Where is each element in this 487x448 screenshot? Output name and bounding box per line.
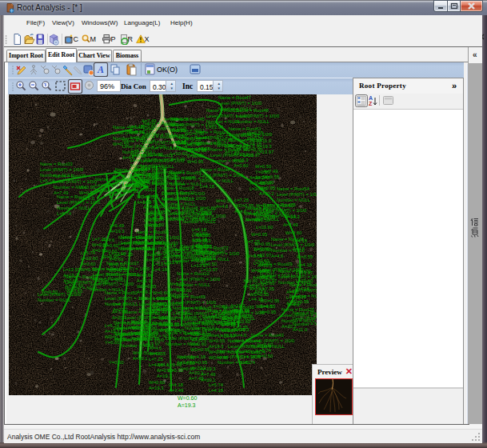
svg-text:Name = Root20: Name = Root20	[162, 190, 195, 195]
svg-text:W=0.60: W=0.60	[102, 243, 118, 248]
svg-text:L=4.18: L=4.18	[244, 210, 258, 215]
svg-text:WD=0.55: WD=0.55	[256, 304, 275, 309]
svg-text:W=0.55: W=0.55	[234, 308, 249, 313]
svg-text:Level (P/M/T) = 1/0/0: Level (P/M/T) = 1/0/0	[134, 172, 178, 177]
svg-text:L=4.18: L=4.18	[297, 262, 312, 267]
svg-text:W=0.55: W=0.55	[209, 338, 225, 343]
svg-text:L=4.18: L=4.18	[293, 238, 307, 243]
svg-text:A=7.49: A=7.49	[245, 218, 261, 222]
svg-text:Level (P/M/T) = 1/0/0: Level (P/M/T) = 1/0/0	[130, 158, 174, 162]
svg-text:W=0.50: W=0.50	[257, 354, 273, 358]
svg-text:Name = Root54: Name = Root54	[277, 186, 310, 191]
svg-text:L=4.18: L=4.18	[249, 297, 263, 302]
svg-text:W=0.95: W=0.95	[260, 310, 276, 314]
svg-text:Level (P/M/T) = 1/0/0: Level (P/M/T) = 1/0/0	[57, 200, 100, 205]
svg-text:WD=0.55: WD=0.55	[209, 355, 228, 360]
svg-text:WD=0.55: WD=0.55	[229, 143, 248, 148]
svg-text:A=4.6: A=4.6	[234, 333, 246, 338]
svg-text:Name = Root53: Name = Root53	[293, 310, 317, 315]
svg-text:Name = Root43: Name = Root43	[251, 333, 284, 338]
svg-text:L=4.18: L=4.18	[192, 227, 206, 232]
svg-text:Number = NULL: Number = NULL	[95, 188, 130, 193]
svg-text:A=19.3: A=19.3	[105, 329, 120, 334]
svg-text:L=4.18: L=4.18	[209, 388, 223, 393]
svg-text:W=0.95: W=0.95	[251, 232, 267, 237]
svg-text:W=0.60: W=0.60	[152, 321, 168, 326]
svg-text:A=4.6: A=4.6	[175, 315, 187, 320]
svg-text:Name = Root49: Name = Root49	[173, 294, 206, 299]
svg-text:L=7.25: L=7.25	[118, 252, 133, 257]
svg-text:L=5.74: L=5.74	[257, 348, 272, 353]
svg-text:W=0.95: W=0.95	[152, 304, 168, 309]
svg-text:L=7.25: L=7.25	[149, 357, 163, 362]
svg-text:L=13.97: L=13.97	[255, 181, 272, 186]
svg-text:Level (P/M/T) = 1/0/0: Level (P/M/T) = 1/0/0	[162, 196, 206, 201]
svg-text:X=0.60: X=0.60	[170, 216, 185, 221]
svg-text:A=7.49: A=7.49	[112, 310, 127, 314]
svg-text:W=0.50: W=0.50	[209, 350, 225, 354]
svg-text:W=0.55: W=0.55	[150, 210, 166, 214]
svg-text:Z: Z	[369, 101, 373, 106]
svg-text:L=10.60: L=10.60	[187, 154, 204, 158]
svg-text:A=4.6: A=4.6	[192, 321, 204, 326]
svg-text:A=7.49: A=7.49	[180, 355, 195, 360]
svg-text:A: A	[369, 95, 373, 101]
svg-text:Y=0.60: Y=0.60	[175, 310, 190, 314]
svg-text:Number = NULL: Number = NULL	[105, 302, 139, 306]
svg-text:L=4.18: L=4.18	[241, 354, 255, 359]
svg-text:Name = Root92: Name = Root92	[130, 152, 163, 157]
svg-text:A=7.49: A=7.49	[263, 169, 278, 174]
svg-text:L=13.97: L=13.97	[296, 270, 313, 275]
svg-text:W=0.55: W=0.55	[263, 174, 279, 179]
svg-text:W=0.95: W=0.95	[79, 185, 95, 190]
svg-text:L=13.97: L=13.97	[218, 334, 235, 338]
svg-text:Number = NULL: Number = NULL	[229, 138, 263, 142]
svg-text:Level (P/M/T) = 1/0/0: Level (P/M/T) = 1/0/0	[146, 246, 189, 251]
svg-text:L=5.74: L=5.74	[81, 250, 96, 255]
svg-text:X=0.60: X=0.60	[196, 233, 211, 238]
svg-text:Number = NULL: Number = NULL	[146, 252, 180, 257]
svg-text:L=13.97: L=13.97	[63, 267, 80, 272]
svg-text:W=0.60: W=0.60	[253, 246, 269, 251]
svg-text:W=0.60: W=0.60	[257, 342, 273, 347]
svg-text:A=4.6: A=4.6	[134, 183, 146, 188]
svg-text:WD=0.55: WD=0.55	[105, 334, 124, 339]
svg-text:Name = Root91: Name = Root91	[136, 230, 169, 234]
svg-text:A=4.6: A=4.6	[216, 204, 228, 209]
svg-text:Number = NULL: Number = NULL	[134, 178, 169, 182]
svg-text:Number = NULL: Number = NULL	[65, 286, 99, 290]
svg-text:A=4.6: A=4.6	[287, 302, 299, 307]
svg-text:WD=0.55: WD=0.55	[137, 284, 156, 289]
svg-text:Level (P/M/T) = 1/0/0: Level (P/M/T) = 1/0/0	[263, 208, 306, 213]
svg-text:A=11.0: A=11.0	[137, 278, 151, 283]
svg-text:Level (P/M/T) = 1/0/0: Level (P/M/T) = 1/0/0	[236, 114, 279, 118]
svg-text:L=9.49: L=9.49	[170, 210, 184, 215]
svg-text:A=19.3: A=19.3	[201, 366, 216, 371]
svg-text:Name = Root32: Name = Root32	[95, 177, 128, 182]
svg-text:A=19.3: A=19.3	[110, 229, 125, 234]
svg-text:X=0.60: X=0.60	[81, 262, 96, 266]
svg-text:L=5.74: L=5.74	[40, 178, 55, 183]
svg-text:Number = NULL: Number = NULL	[236, 119, 270, 124]
svg-text:L=5.74: L=5.74	[241, 360, 256, 365]
svg-text:Y=0.60: Y=0.60	[218, 328, 234, 333]
svg-text:WD=0.55: WD=0.55	[190, 347, 210, 352]
svg-text:Number = NULL: Number = NULL	[293, 322, 317, 326]
svg-text:A=4.6: A=4.6	[150, 346, 162, 350]
svg-text:Y=0.60: Y=0.60	[109, 360, 124, 365]
svg-text:W=0.55: W=0.55	[169, 282, 185, 286]
svg-text:L=5.74: L=5.74	[105, 323, 120, 328]
svg-text:L=5.74: L=5.74	[209, 382, 224, 387]
svg-text:L=4.18: L=4.18	[153, 267, 167, 272]
svg-text:W=0.50: W=0.50	[133, 350, 149, 355]
svg-text:A=19.3: A=19.3	[149, 386, 164, 390]
svg-text:A=19.3: A=19.3	[209, 344, 224, 349]
svg-text:WD=0.55: WD=0.55	[234, 203, 253, 208]
svg-text:Level (P/M/T) = 1/0/0: Level (P/M/T) = 1/0/0	[142, 140, 186, 145]
svg-text:W=0.55: W=0.55	[196, 244, 212, 249]
svg-text:A=7.49: A=7.49	[152, 310, 167, 314]
svg-text:L=10.60: L=10.60	[296, 278, 313, 283]
svg-text:X=0.60: X=0.60	[152, 315, 167, 320]
svg-text:Level (P/M/T) = 1/0/0: Level (P/M/T) = 1/0/0	[54, 179, 97, 184]
svg-text:Number = NULL: Number = NULL	[196, 257, 230, 262]
